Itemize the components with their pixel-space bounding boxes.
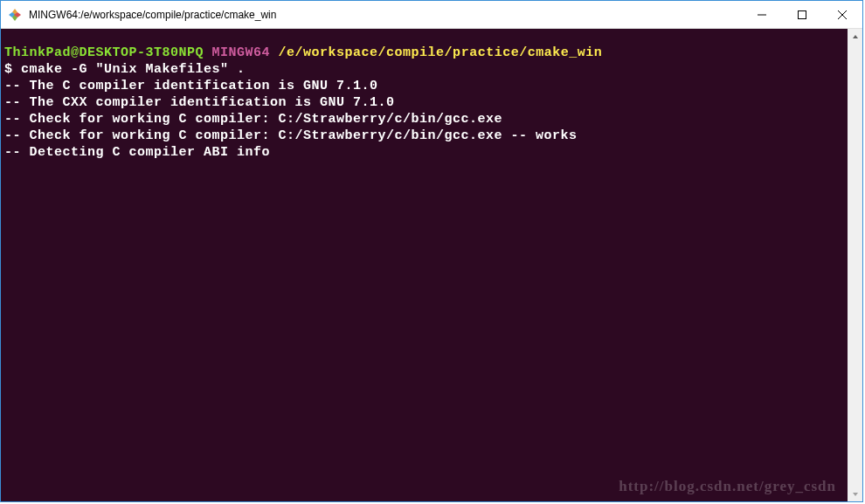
svg-rect-5 <box>799 10 806 18</box>
scroll-track[interactable] <box>848 44 862 487</box>
output-line: -- Check for working C compiler: C:/Stra… <box>4 111 844 128</box>
titlebar[interactable]: MINGW64:/e/workspace/compile/practice/cm… <box>1 1 862 29</box>
output-line: -- Check for working C compiler: C:/Stra… <box>4 128 844 144</box>
prompt-path: /e/workspace/compile/practice/cmake_win <box>279 45 603 60</box>
maximize-button[interactable] <box>782 1 822 28</box>
minimize-button[interactable] <box>742 1 782 28</box>
command-text: cmake -G "Unix Makefiles" . <box>21 62 246 77</box>
svg-marker-8 <box>853 35 858 38</box>
prompt-line: ThinkPad@DESKTOP-3T80NPQ MINGW64 /e/work… <box>4 45 844 61</box>
svg-marker-9 <box>853 493 858 496</box>
scroll-down-arrow-icon[interactable] <box>848 487 862 501</box>
app-icon <box>8 8 22 22</box>
window-title: MINGW64:/e/workspace/compile/practice/cm… <box>29 9 742 21</box>
command-line: $ cmake -G "Unix Makefiles" . <box>4 61 844 78</box>
close-button[interactable] <box>822 1 862 28</box>
terminal-output-area[interactable]: ThinkPad@DESKTOP-3T80NPQ MINGW64 /e/work… <box>1 29 848 501</box>
vertical-scrollbar[interactable] <box>848 29 862 501</box>
output-line: -- Detecting C compiler ABI info <box>4 144 844 161</box>
terminal-body: ThinkPad@DESKTOP-3T80NPQ MINGW64 /e/work… <box>1 29 862 501</box>
terminal-window: MINGW64:/e/workspace/compile/practice/cm… <box>0 0 863 502</box>
output-line: -- The CXX compiler identification is GN… <box>4 94 844 111</box>
prompt-symbol: $ <box>4 62 13 77</box>
prompt-user-host: ThinkPad@DESKTOP-3T80NPQ <box>4 45 204 60</box>
window-controls <box>742 1 862 28</box>
output-line: -- The C compiler identification is GNU … <box>4 78 844 94</box>
prompt-env: MINGW64 <box>212 45 271 60</box>
watermark-text: http://blog.csdn.net/grey_csdn <box>619 478 836 494</box>
scroll-up-arrow-icon[interactable] <box>848 29 862 44</box>
